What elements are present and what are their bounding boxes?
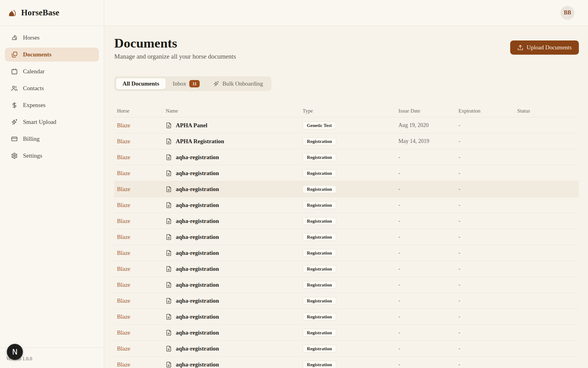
document-name: aqha-registration <box>176 266 219 272</box>
table-row[interactable]: Blaze aqha-registration Registration - - <box>114 277 579 293</box>
horse-link[interactable]: Blaze <box>117 154 130 160</box>
horse-link[interactable]: Blaze <box>117 266 130 272</box>
horse-link[interactable]: Blaze <box>117 250 130 256</box>
horse-link[interactable]: Blaze <box>117 297 130 304</box>
sidebar-item-expenses[interactable]: Expenses <box>5 98 99 112</box>
app-name: HorseBase <box>21 8 59 17</box>
file-text-icon <box>166 314 172 320</box>
tab-label: Bulk Onboarding <box>222 80 263 87</box>
user-avatar[interactable]: BB <box>560 6 575 20</box>
horse-link[interactable]: Blaze <box>117 202 130 208</box>
file-text-icon <box>166 330 172 336</box>
type-badge: Registration <box>303 361 336 368</box>
sidebar-item-billing[interactable]: Billing <box>5 132 99 146</box>
documents-icon <box>11 51 18 58</box>
file-text-icon <box>166 362 172 368</box>
expiration-value: - <box>456 202 514 208</box>
table-row[interactable]: Blaze aqha-registration Registration - - <box>114 293 579 309</box>
sidebar-item-contacts[interactable]: Contacts <box>5 81 99 95</box>
type-badge: Registration <box>303 345 336 353</box>
table-row[interactable]: Blaze aqha-registration Registration - - <box>114 213 579 229</box>
file-text-icon <box>166 122 172 128</box>
file-text-icon <box>166 266 172 272</box>
issue-date-value: - <box>396 345 456 352</box>
upload-documents-button[interactable]: Upload Documents <box>510 40 579 55</box>
table-row[interactable]: Blaze aqha-registration Registration - - <box>114 197 579 213</box>
horse-link[interactable]: Blaze <box>117 345 130 352</box>
file-text-icon <box>166 250 172 256</box>
table-row[interactable]: Blaze APHA Registration Registration May… <box>114 133 579 149</box>
document-name: aqha-registration <box>176 313 219 320</box>
credit-card-icon <box>11 136 18 142</box>
type-badge: Registration <box>303 201 336 209</box>
expiration-value: - <box>456 234 514 240</box>
tab-all-documents[interactable]: All Documents <box>116 78 166 90</box>
sidebar-nav: Horses Documents Calendar Contacts <box>0 26 104 347</box>
type-badge: Registration <box>303 281 336 289</box>
table-row[interactable]: Blaze APHA Panel Genetic Test Aug 19, 20… <box>114 117 579 133</box>
table-row[interactable]: Blaze aqha-registration Registration - - <box>114 309 579 325</box>
dev-tools-badge[interactable]: N <box>7 344 23 360</box>
horse-link[interactable]: Blaze <box>117 186 130 192</box>
issue-date-value: - <box>396 202 456 208</box>
expiration-value: - <box>456 266 514 272</box>
table-row[interactable]: Blaze aqha-registration Registration - - <box>114 325 579 341</box>
issue-date-value: - <box>396 186 456 192</box>
sidebar-item-label: Expenses <box>23 102 46 109</box>
expiration-value: - <box>456 250 514 256</box>
column-header-status: Status <box>514 108 579 114</box>
sidebar-item-horses[interactable]: Horses <box>5 31 99 45</box>
document-name: aqha-registration <box>176 202 219 209</box>
table-header: Horse Name Type Issue Date Expiration St… <box>114 105 579 117</box>
type-badge: Registration <box>303 329 336 337</box>
app-logo: HorseBase <box>0 0 104 26</box>
sidebar-item-label: Horses <box>23 34 40 41</box>
expiration-value: - <box>456 138 514 144</box>
type-badge: Registration <box>303 153 336 161</box>
type-badge: Registration <box>303 265 336 273</box>
table-row[interactable]: Blaze aqha-registration Registration - - <box>114 229 579 245</box>
table-row[interactable]: Blaze aqha-registration Registration - - <box>114 181 579 197</box>
sidebar-item-documents[interactable]: Documents <box>5 48 99 62</box>
horse-link[interactable]: Blaze <box>117 170 130 176</box>
table-row[interactable]: Blaze aqha-registration Registration - - <box>114 149 579 165</box>
type-badge: Genetic Test <box>303 121 336 129</box>
document-name: aqha-registration <box>176 361 219 368</box>
tab-inbox[interactable]: Inbox 11 <box>166 78 207 90</box>
topbar: BB <box>104 0 588 26</box>
horse-link[interactable]: Blaze <box>117 122 130 128</box>
issue-date-value: - <box>396 170 456 176</box>
type-badge: Registration <box>303 297 336 305</box>
issue-date-value: - <box>396 297 456 304</box>
sparkles-icon <box>213 81 219 87</box>
table-row[interactable]: Blaze aqha-registration Registration - - <box>114 261 579 277</box>
document-name: APHA Panel <box>176 122 207 129</box>
issue-date-value: - <box>396 234 456 240</box>
sidebar-item-smart-upload[interactable]: Smart Upload <box>5 115 99 129</box>
horse-link[interactable]: Blaze <box>117 361 130 368</box>
horse-link[interactable]: Blaze <box>117 313 130 320</box>
issue-date-value: - <box>396 282 456 288</box>
sidebar-item-label: Billing <box>23 136 40 142</box>
sidebar-item-calendar[interactable]: Calendar <box>5 64 99 79</box>
horse-link[interactable]: Blaze <box>117 282 130 288</box>
type-badge: Registration <box>303 313 336 321</box>
document-name: aqha-registration <box>176 345 219 352</box>
horse-link[interactable]: Blaze <box>117 234 130 240</box>
horse-link[interactable]: Blaze <box>117 218 130 224</box>
tab-bulk-onboarding[interactable]: Bulk Onboarding <box>206 78 270 90</box>
document-name: aqha-registration <box>176 170 219 177</box>
issue-date-value: - <box>396 329 456 336</box>
file-text-icon <box>166 154 172 160</box>
document-name: aqha-registration <box>176 297 219 304</box>
table-row[interactable]: Blaze aqha-registration Registration - - <box>114 165 579 181</box>
column-header-name: Name <box>163 108 300 114</box>
horse-link[interactable]: Blaze <box>117 329 130 336</box>
table-row[interactable]: Blaze aqha-registration Registration - - <box>114 357 579 368</box>
sidebar-item-settings[interactable]: Settings <box>5 149 99 163</box>
table-row[interactable]: Blaze aqha-registration Registration - - <box>114 245 579 261</box>
table-row[interactable]: Blaze aqha-registration Registration - - <box>114 341 579 357</box>
tab-label: Inbox <box>173 80 186 87</box>
horse-link[interactable]: Blaze <box>117 138 130 144</box>
page-subtitle: Manage and organize all your horse docum… <box>114 53 236 60</box>
